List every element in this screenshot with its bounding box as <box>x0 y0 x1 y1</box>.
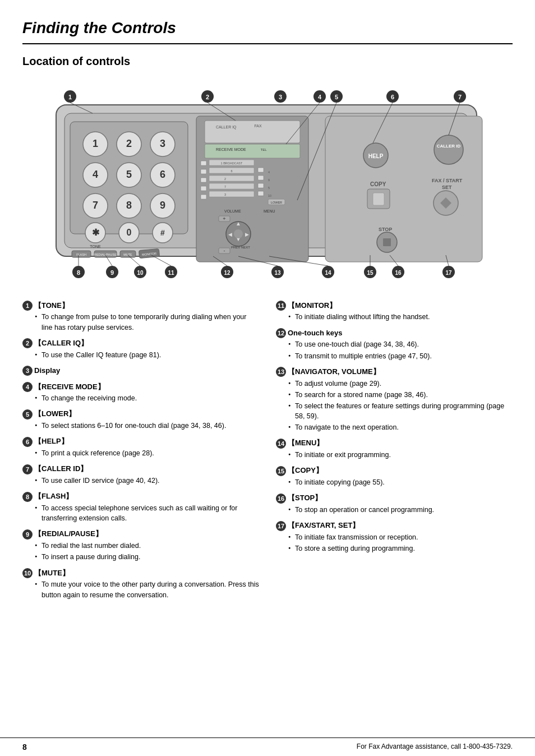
item-bullets-10: To mute your voice to the other party du… <box>22 579 259 600</box>
svg-text:7: 7 <box>458 94 462 100</box>
svg-text:TONE: TONE <box>90 245 101 248</box>
svg-rect-58 <box>258 168 264 172</box>
item-3: 3Display <box>22 366 259 376</box>
item-16: 16【STOP】To stop an operation or cancel p… <box>276 493 513 515</box>
item-7: 7【CALLER ID】To use caller ID service (pa… <box>22 464 259 486</box>
content-columns: 1【TONE】To change from pulse to tone temp… <box>22 301 513 606</box>
item-12: 12One-touch keysTo use one-touch dial (p… <box>276 328 513 361</box>
item-2: 2【CALLER IQ】To use the Caller IQ feature… <box>22 338 259 360</box>
svg-rect-56 <box>209 191 254 197</box>
svg-text:NEXT: NEXT <box>241 246 250 249</box>
item-8: 8【FLASH】To access special telephone serv… <box>22 491 259 523</box>
svg-text:MUTE: MUTE <box>123 253 132 256</box>
item-6: 6【HELP】To print a quick reference (page … <box>22 436 259 458</box>
page-title: Finding the Controls <box>22 17 513 44</box>
fax-diagram-container: 1 2 3 4 5 6 7 8 9 ✱ 0 # TONE FLASH REDIA… <box>22 80 513 287</box>
item-bullets-13: To adjust volume (page 29).To search for… <box>276 379 513 433</box>
svg-text:STOP: STOP <box>379 227 392 232</box>
fax-machine-diagram: 1 2 3 4 5 6 7 8 9 ✱ 0 # TONE FLASH REDIA… <box>22 80 513 287</box>
item-title-8: 8【FLASH】 <box>22 491 259 502</box>
svg-text:▶: ▶ <box>245 232 249 237</box>
item-num-11: 11 <box>276 301 286 311</box>
bullet-text: To initiate copying (page 55). <box>288 477 513 487</box>
svg-text:+: + <box>223 216 225 222</box>
left-column: 1【TONE】To change from pulse to tone temp… <box>22 301 259 606</box>
item-num-6: 6 <box>22 437 33 447</box>
item-bullets-5: To select stations 6–10 for one-touch di… <box>22 421 259 431</box>
item-num-1: 1 <box>22 301 33 311</box>
bullet-text: To initiate fax transmission or receptio… <box>288 532 513 542</box>
svg-text:LOWER: LOWER <box>271 201 282 204</box>
item-num-8: 8 <box>22 492 33 502</box>
svg-text:6: 6 <box>391 94 394 100</box>
svg-text:CALLER ID: CALLER ID <box>437 144 461 149</box>
svg-rect-59 <box>258 176 264 180</box>
item-num-14: 14 <box>276 439 286 449</box>
svg-text:5: 5 <box>268 186 270 190</box>
bullet-text: To initiate dialing without lifting the … <box>288 312 513 322</box>
bullet-text: To search for a stored name (page 38, 46… <box>288 390 513 400</box>
item-bullets-15: To initiate copying (page 55). <box>276 477 513 487</box>
bullet-text: To use one-touch dial (page 34, 38, 46). <box>288 339 513 349</box>
item-num-16: 16 <box>276 494 286 504</box>
item-title-12: 12One-touch keys <box>276 328 513 339</box>
svg-text:2: 2 <box>224 177 226 181</box>
item-title-10: 10【MUTE】 <box>22 568 259 579</box>
svg-text:6: 6 <box>160 169 165 180</box>
bullet-text: To select the features or feature settin… <box>288 401 513 421</box>
svg-rect-96 <box>383 238 391 246</box>
svg-text:12: 12 <box>224 270 230 276</box>
item-10: 10【MUTE】To mute your voice to the other … <box>22 568 259 600</box>
svg-text:2: 2 <box>126 138 132 149</box>
item-num-7: 7 <box>22 464 33 474</box>
svg-text:11: 11 <box>168 270 174 276</box>
item-title-4: 4【RECEIVE MODE】 <box>22 382 259 393</box>
item-bullets-9: To redial the last number dialed.To inse… <box>22 541 259 562</box>
item-17: 17【FAX/START, SET】To initiate fax transm… <box>276 520 513 554</box>
svg-rect-82 <box>325 116 482 262</box>
svg-rect-89 <box>373 193 384 205</box>
bullet-text: To select stations 6–10 for one-touch di… <box>35 421 259 431</box>
item-num-15: 15 <box>276 466 286 476</box>
item-title-13: 13【NAVIGATOR, VOLUME】 <box>276 367 513 377</box>
footer-text: For Fax Advantage assistance, call 1-800… <box>357 742 513 752</box>
bullet-text: To redial the last number dialed. <box>35 541 259 551</box>
svg-text:5: 5 <box>126 169 132 180</box>
svg-text:1 BROADCAST: 1 BROADCAST <box>221 162 243 165</box>
svg-text:17: 17 <box>445 270 452 276</box>
item-title-3: 3Display <box>22 366 259 376</box>
item-num-13: 13 <box>276 367 286 377</box>
svg-text:VOLUME: VOLUME <box>224 209 241 213</box>
svg-text:RECEIVE MODE: RECEIVE MODE <box>216 147 246 151</box>
item-14: 14【MENU】To initiate or exit programming. <box>276 438 513 460</box>
svg-point-75 <box>234 229 243 238</box>
svg-text:6: 6 <box>230 169 232 173</box>
item-title-11: 11【MONITOR】 <box>276 301 513 311</box>
item-bullets-4: To change the receiving mode. <box>22 393 259 403</box>
svg-text:9: 9 <box>268 178 270 182</box>
svg-text:-: - <box>224 248 225 253</box>
item-13: 13【NAVIGATOR, VOLUME】To adjust volume (p… <box>276 367 513 432</box>
svg-text:SET: SET <box>442 185 452 190</box>
svg-text:3: 3 <box>224 193 226 196</box>
svg-text:TEL: TEL <box>260 148 267 151</box>
item-bullets-16: To stop an operation or cancel programmi… <box>276 505 513 515</box>
item-title-17: 17【FAX/START, SET】 <box>276 520 513 531</box>
svg-point-85 <box>434 135 463 164</box>
item-9: 9【REDIAL/PAUSE】To redial the last number… <box>22 529 259 562</box>
bullet-text: To transmit to multiple entries (page 47… <box>288 351 513 361</box>
item-title-9: 9【REDIAL/PAUSE】 <box>22 529 259 540</box>
item-4: 4【RECEIVE MODE】To change the receiving m… <box>22 382 259 404</box>
bullet-text: To use the Caller IQ feature (page 81). <box>35 350 259 360</box>
bullet-text: To adjust volume (page 29). <box>288 379 513 389</box>
item-15: 15【COPY】To initiate copying (page 55). <box>276 465 513 487</box>
svg-text:FAX: FAX <box>254 124 262 128</box>
svg-text:✱: ✱ <box>92 228 100 237</box>
item-num-3: 3 <box>22 366 33 376</box>
bullet-text: To initiate or exit programming. <box>288 450 513 460</box>
svg-text:5: 5 <box>335 94 338 100</box>
svg-text:HELP: HELP <box>368 153 384 159</box>
item-bullets-12: To use one-touch dial (page 34, 38, 46).… <box>276 339 513 361</box>
item-5: 5【LOWER】To select stations 6–10 for one-… <box>22 409 259 431</box>
item-title-1: 1【TONE】 <box>22 301 259 311</box>
